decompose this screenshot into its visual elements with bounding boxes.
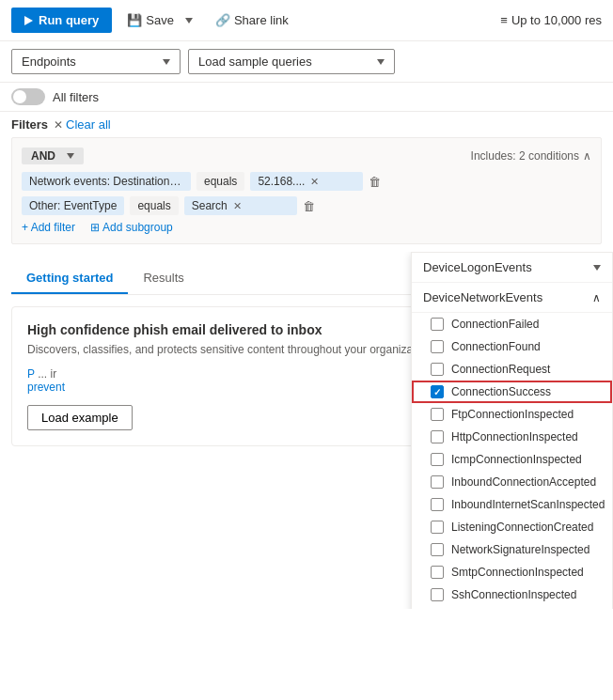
subgroup-icon: ⊞ [90, 221, 100, 234]
and-label: AND [31, 149, 55, 163]
sample-label: Load sample queries [198, 54, 312, 69]
filters-row: Filters ✕ Clear all [0, 112, 613, 137]
filter-value-1[interactable]: 52.168.... ✕ [250, 172, 363, 191]
panel-item-icmpconnection[interactable]: IcmpConnectionInspected [412, 448, 612, 471]
filter-field-2[interactable]: Other: EventType [22, 196, 124, 215]
tab-results[interactable]: Results [128, 263, 198, 294]
add-subgroup-label: Add subgroup [102, 221, 173, 234]
filter-value-clear-2[interactable]: ✕ [231, 200, 244, 212]
filters-label: Filters [11, 117, 48, 132]
checkbox-inboundinternetscan[interactable] [431, 498, 444, 511]
panel-item-inboundinternetscan[interactable]: InboundInternetScanInspected [412, 493, 612, 516]
add-filter-button[interactable]: + Add filter [22, 221, 75, 234]
filter-delete-1[interactable]: 🗑 [369, 175, 381, 189]
scope-dropdown[interactable]: Endpoints [11, 49, 181, 74]
filter-value-clear-1[interactable]: ✕ [308, 176, 321, 188]
checkmark-icon: ✓ [433, 387, 441, 397]
save-button[interactable]: 💾 Save [119, 9, 200, 31]
item-label-networksignature: NetworkSignatureInspected [451, 543, 589, 556]
load-example-label: Load example [41, 411, 118, 425]
run-query-label: Run query [39, 13, 99, 27]
toolbar: Run query 💾 Save 🔗 Share link ≡ Up to 10… [0, 0, 613, 41]
results-info: ≡ Up to 10,000 res [500, 13, 602, 27]
includes-text: Includes: 2 conditions ∧ [471, 149, 591, 163]
save-chevron-icon [185, 18, 193, 23]
item-label-icmpconnection: IcmpConnectionInspected [451, 453, 582, 466]
panel-item-sshconnection[interactable]: SshConnectionInspected [412, 583, 612, 606]
checkbox-listeningconnection[interactable] [431, 521, 444, 534]
clear-all-label: Clear all [66, 117, 111, 132]
panel-item-connectionsuccess[interactable]: ✓ ConnectionSuccess [412, 381, 612, 403]
panel-group-devicenetwork[interactable]: DeviceNetworkEvents ∧ [412, 283, 612, 313]
filter-operator-2[interactable]: equals [130, 196, 178, 215]
panel-scroll[interactable]: DeviceLogonEvents DeviceNetworkEvents ∧ … [412, 253, 612, 609]
checkbox-connectionsuccess[interactable]: ✓ [431, 385, 444, 398]
filter-value-text-2: Search [192, 199, 228, 212]
filter-row-1: Network events: DestinationIPA... equals… [22, 172, 591, 191]
panel-item-ftpconnection[interactable]: FtpConnectionInspected [412, 403, 612, 426]
item-label-httpconnection: HttpConnectionInspected [451, 430, 578, 443]
add-filter-row: + Add filter ⊞ Add subgroup [22, 221, 591, 234]
share-link-button[interactable]: 🔗 Share link [208, 9, 296, 31]
item-label-connectionrequest: ConnectionRequest [451, 363, 550, 376]
filter-field-1[interactable]: Network events: DestinationIPA... [22, 172, 191, 191]
checkbox-connectionfound[interactable] [431, 340, 444, 353]
sample-chevron-icon [377, 59, 385, 65]
checkbox-sshconnection[interactable] [431, 588, 444, 601]
collapse-icon[interactable]: ∧ [583, 149, 591, 163]
play-icon [24, 16, 33, 25]
all-filters-toggle[interactable] [11, 88, 45, 105]
devicelogon-chevron-icon [593, 265, 601, 271]
item-label-ftpconnection: FtpConnectionInspected [451, 408, 574, 421]
load-example-button[interactable]: Load example [27, 405, 133, 430]
panel-item-inboundconnection[interactable]: InboundConnectionAccepted [412, 471, 612, 493]
checkbox-connectionrequest[interactable] [431, 363, 444, 376]
and-badge[interactable]: AND [22, 148, 84, 164]
panel-group-devicelogon[interactable]: DeviceLogonEvents [412, 253, 612, 283]
add-subgroup-button[interactable]: ⊞ Add subgroup [90, 221, 173, 234]
panel-item-smtpconnection[interactable]: SmtpConnectionInspected [412, 561, 612, 583]
item-label-inboundconnection: InboundConnectionAccepted [451, 475, 596, 489]
panel-item-connectionfound[interactable]: ConnectionFound [412, 335, 612, 358]
toggle-row: All filters [0, 83, 613, 112]
sample-queries-dropdown[interactable]: Load sample queries [188, 49, 395, 74]
item-label-smtpconnection: SmtpConnectionInspected [451, 566, 584, 579]
panel-item-connectionrequest[interactable]: ConnectionRequest [412, 358, 612, 381]
checkbox-ftpconnection[interactable] [431, 408, 444, 421]
filter-value-2[interactable]: Search ✕ [184, 196, 297, 215]
save-label: Save [146, 13, 174, 27]
scope-label: Endpoints [22, 54, 76, 69]
checkbox-networksignature[interactable] [431, 543, 444, 556]
panel-item-listeningconnection[interactable]: ListeningConnectionCreated [412, 516, 612, 538]
panel-group-deviceprocess[interactable]: DeviceProcessEvents [412, 606, 612, 609]
filter-block-header: AND Includes: 2 conditions ∧ [22, 148, 591, 164]
card-link[interactable]: P [27, 367, 35, 381]
item-label-connectionfailed: ConnectionFailed [451, 318, 539, 331]
panel-item-httpconnection[interactable]: HttpConnectionInspected [412, 426, 612, 448]
save-icon: 💾 [127, 13, 142, 27]
filter-delete-2[interactable]: 🗑 [303, 199, 315, 213]
item-label-connectionsuccess: ConnectionSuccess [451, 385, 551, 398]
panel-item-connectionfailed[interactable]: ConnectionFailed [412, 313, 612, 335]
toggle-thumb [13, 90, 26, 103]
tab-getting-started[interactable]: Getting started [11, 263, 128, 294]
add-filter-label: + Add filter [22, 221, 75, 234]
share-icon: 🔗 [215, 13, 230, 27]
checkbox-icmpconnection[interactable] [431, 453, 444, 466]
checkbox-smtpconnection[interactable] [431, 566, 444, 579]
run-query-button[interactable]: Run query [11, 8, 112, 33]
list-icon: ≡ [500, 13, 508, 27]
event-type-dropdown-panel: DeviceLogonEvents DeviceNetworkEvents ∧ … [411, 252, 613, 609]
includes-label: Includes: 2 conditions [471, 149, 579, 163]
clear-all-button[interactable]: ✕ Clear all [54, 117, 111, 132]
panel-group-label-1: DeviceNetworkEvents [423, 290, 542, 304]
checkbox-httpconnection[interactable] [431, 430, 444, 443]
filter-row-2: Other: EventType equals Search ✕ 🗑 [22, 196, 591, 215]
checkbox-inboundconnection[interactable] [431, 475, 444, 489]
panel-item-networksignature[interactable]: NetworkSignatureInspected [412, 538, 612, 561]
card-prevent-link[interactable]: prevent [27, 381, 65, 394]
checkbox-connectionfailed[interactable] [431, 318, 444, 331]
filter-value-text-1: 52.168.... [258, 175, 305, 188]
filter-operator-1[interactable]: equals [196, 172, 244, 191]
devicenetwork-collapse-icon: ∧ [592, 291, 601, 304]
